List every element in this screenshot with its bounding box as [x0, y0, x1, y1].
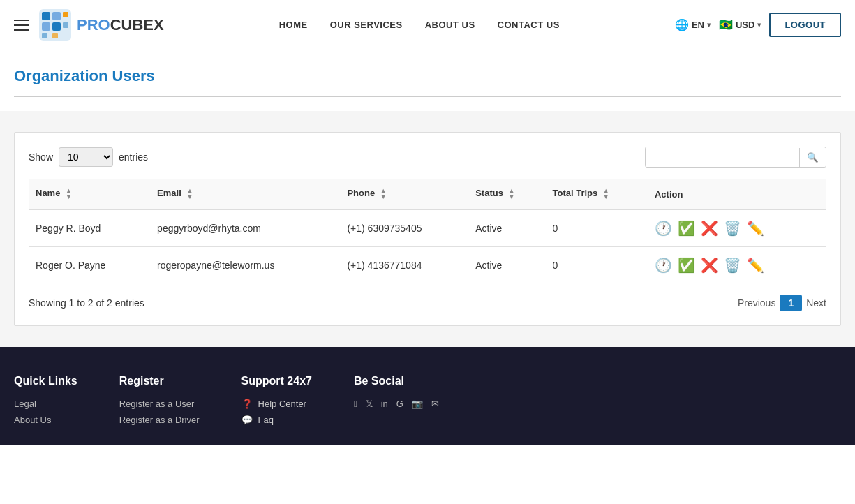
cell-name: Roger O. Payne [29, 247, 150, 284]
linkedin-icon[interactable]: in [381, 399, 388, 409]
cell-action: 🕐 ✅ ❌ 🗑️ ✏️ [648, 209, 826, 247]
logo-icon [38, 8, 73, 43]
support-faq[interactable]: 💬 Faq [241, 415, 312, 425]
sort-phone-icon: ▲▼ [380, 188, 387, 200]
logo-cubex: CUBEX [110, 16, 164, 34]
footer-social-heading: Be Social [354, 375, 439, 387]
sort-trips-icon: ▲▼ [603, 188, 609, 200]
col-name[interactable]: Name ▲▼ [29, 179, 150, 210]
delete-icon[interactable]: 🗑️ [724, 257, 741, 274]
users-table: Name ▲▼ Email ▲▼ Phone ▲▼ Status ▲▼ [29, 179, 826, 283]
search-input[interactable] [646, 147, 799, 167]
nav-our-services[interactable]: OUR SERVICES [330, 20, 403, 30]
pagination-page-1[interactable]: 1 [780, 295, 802, 311]
showing-text: Showing 1 to 2 of 2 entries [29, 297, 144, 309]
table-header-row: Name ▲▼ Email ▲▼ Phone ▲▼ Status ▲▼ [29, 179, 826, 210]
language-selector[interactable]: 🌐 EN ▾ [675, 18, 711, 31]
approve-icon[interactable]: ✅ [678, 257, 695, 274]
logout-button[interactable]: LOGOUT [769, 13, 841, 37]
svg-rect-4 [52, 22, 61, 31]
delete-icon[interactable]: 🗑️ [724, 220, 741, 237]
footer-register-user-link[interactable]: Register as a User [119, 399, 200, 409]
svg-rect-6 [63, 22, 68, 28]
trip-history-icon[interactable]: 🕐 [655, 220, 672, 237]
social-icons-container:  𝕏 in G 📷 ✉ [354, 399, 439, 415]
cell-name: Peggy R. Boyd [29, 209, 150, 247]
footer-about-link[interactable]: About Us [14, 415, 77, 425]
currency-flag: 🇧🇷 [719, 18, 733, 31]
page-content: Organization Users [0, 50, 855, 97]
cell-email: peggyrboyd@rhyta.com [150, 209, 340, 247]
svg-rect-7 [42, 33, 47, 38]
reject-icon[interactable]: ❌ [701, 257, 718, 274]
edit-icon[interactable]: ✏️ [747, 220, 764, 237]
footer-social: Be Social  𝕏 in G 📷 ✉ [354, 375, 439, 431]
col-total-trips[interactable]: Total Trips ▲▼ [545, 179, 648, 210]
table-footer: Showing 1 to 2 of 2 entries Previous 1 N… [29, 295, 826, 311]
cell-total-trips: 0 [545, 209, 648, 247]
facebook-icon[interactable]:  [354, 399, 357, 409]
help-center-label: Help Center [258, 399, 306, 409]
cell-status: Active [468, 247, 545, 284]
action-icons: 🕐 ✅ ❌ 🗑️ ✏️ [655, 220, 819, 237]
header-right: 🌐 EN ▾ 🇧🇷 USD ▾ LOGOUT [675, 13, 841, 37]
action-icons: 🕐 ✅ ❌ 🗑️ ✏️ [655, 257, 819, 274]
svg-rect-2 [52, 12, 61, 20]
google-icon[interactable]: G [396, 399, 403, 409]
search-icon: 🔍 [807, 152, 819, 163]
main-section: Show 10 25 50 100 entries 🔍 [0, 111, 855, 347]
hamburger-menu[interactable] [14, 20, 29, 31]
footer-register-driver-link[interactable]: Register as a Driver [119, 415, 200, 425]
entries-select[interactable]: 10 25 50 100 [59, 147, 113, 167]
table-row: Roger O. Payne rogeropayne@teleworm.us (… [29, 247, 826, 284]
footer: Quick Links Legal About Us Register Regi… [0, 347, 855, 445]
trip-history-icon[interactable]: 🕐 [655, 257, 672, 274]
cell-phone: (+1) 4136771084 [340, 247, 468, 284]
footer-register: Register Register as a User Register as … [119, 375, 200, 431]
pagination-previous[interactable]: Previous [738, 297, 775, 309]
svg-rect-3 [42, 22, 50, 31]
show-entries: Show 10 25 50 100 entries [29, 147, 148, 167]
twitter-icon[interactable]: 𝕏 [366, 399, 373, 409]
header: PROCUBEX HOME OUR SERVICES ABOUT US CONT… [0, 0, 855, 50]
faq-label: Faq [258, 415, 274, 425]
lang-flag: 🌐 [675, 18, 689, 31]
sort-email-icon: ▲▼ [186, 188, 193, 200]
search-button[interactable]: 🔍 [799, 148, 826, 167]
support-help-center[interactable]: ❓ Help Center [241, 399, 312, 409]
sort-status-icon: ▲▼ [509, 188, 515, 200]
currency-label: USD [736, 20, 754, 30]
lang-label: EN [692, 20, 704, 30]
header-left: PROCUBEX [14, 8, 164, 43]
footer-legal-link[interactable]: Legal [14, 399, 77, 409]
table-row: Peggy R. Boyd peggyrboyd@rhyta.com (+1) … [29, 209, 826, 247]
currency-chevron-icon: ▾ [757, 21, 761, 29]
logo[interactable]: PROCUBEX [38, 8, 164, 43]
table-controls: Show 10 25 50 100 entries 🔍 [29, 147, 826, 168]
currency-selector[interactable]: 🇧🇷 USD ▾ [719, 18, 761, 31]
edit-icon[interactable]: ✏️ [747, 257, 764, 274]
cell-phone: (+1) 6309735405 [340, 209, 468, 247]
nav-home[interactable]: HOME [279, 20, 308, 30]
sort-name-icon: ▲▼ [66, 188, 72, 200]
nav-contact-us[interactable]: CONTACT US [498, 20, 560, 30]
approve-icon[interactable]: ✅ [678, 220, 695, 237]
nav-about-us[interactable]: ABOUT US [425, 20, 475, 30]
col-status[interactable]: Status ▲▼ [468, 179, 545, 210]
reject-icon[interactable]: ❌ [701, 220, 718, 237]
cell-status: Active [468, 209, 545, 247]
lang-chevron-icon: ▾ [707, 21, 711, 29]
instagram-icon[interactable]: 📷 [412, 399, 423, 409]
col-action: Action [648, 179, 826, 210]
footer-register-heading: Register [119, 375, 200, 387]
svg-rect-8 [52, 33, 58, 38]
cell-total-trips: 0 [545, 247, 648, 284]
entries-label: entries [119, 151, 148, 163]
email-icon[interactable]: ✉ [431, 399, 439, 409]
faq-icon: 💬 [241, 415, 253, 425]
col-email[interactable]: Email ▲▼ [150, 179, 340, 210]
search-box: 🔍 [645, 147, 826, 168]
col-phone[interactable]: Phone ▲▼ [340, 179, 468, 210]
pagination-next[interactable]: Next [806, 297, 826, 309]
pagination: Previous 1 Next [738, 295, 826, 311]
